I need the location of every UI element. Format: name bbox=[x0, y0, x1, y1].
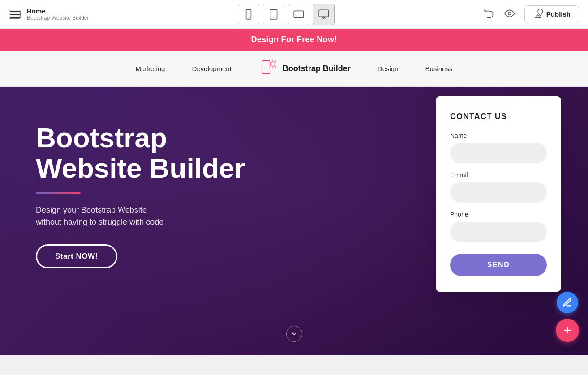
svg-rect-2 bbox=[270, 9, 277, 19]
phone-group: Phone bbox=[450, 211, 547, 242]
email-input[interactable] bbox=[450, 182, 547, 203]
svg-line-18 bbox=[275, 61, 276, 61]
email-label: E-mail bbox=[450, 171, 547, 179]
contact-card: CONTACT US Name E-mail Phone SEND bbox=[436, 96, 561, 292]
send-button[interactable]: SEND bbox=[450, 254, 547, 276]
contact-title: CONTACT US bbox=[450, 112, 547, 121]
nav-development[interactable]: Development bbox=[192, 65, 231, 72]
menu-button[interactable] bbox=[9, 10, 21, 19]
name-label: Name bbox=[450, 132, 547, 139]
home-title: Home bbox=[27, 7, 89, 15]
svg-rect-0 bbox=[246, 9, 251, 19]
svg-line-19 bbox=[270, 67, 270, 67]
publish-button[interactable]: Publish bbox=[524, 5, 579, 23]
svg-point-8 bbox=[508, 12, 511, 15]
svg-line-16 bbox=[270, 61, 270, 61]
name-group: Name bbox=[450, 132, 547, 163]
nav-logo[interactable]: Bootstrap Builder bbox=[258, 59, 351, 78]
hero-content: BootstrapWebsite Builder Design your Boo… bbox=[36, 123, 245, 268]
nav-business[interactable]: Business bbox=[425, 65, 453, 72]
scroll-down-button[interactable] bbox=[286, 326, 302, 342]
hero-title: BootstrapWebsite Builder bbox=[36, 123, 245, 183]
nav-marketing[interactable]: Marketing bbox=[136, 65, 165, 72]
publish-label: Publish bbox=[546, 10, 571, 18]
hero-section: BootstrapWebsite Builder Design your Boo… bbox=[0, 87, 588, 355]
tablet-view-button[interactable] bbox=[263, 4, 284, 25]
tablet-landscape-button[interactable] bbox=[288, 4, 309, 25]
svg-point-11 bbox=[270, 62, 275, 66]
fab-add-button[interactable] bbox=[556, 319, 579, 342]
home-subtitle: Bootstrap Website Builder bbox=[27, 15, 89, 21]
desktop-view-button[interactable] bbox=[313, 4, 335, 25]
home-info: Home Bootstrap Website Builder bbox=[27, 7, 89, 21]
name-input[interactable] bbox=[450, 143, 547, 163]
device-selector bbox=[238, 4, 335, 25]
fab-edit-button[interactable] bbox=[557, 292, 578, 313]
hero-cta-button[interactable]: Start NOW! bbox=[36, 244, 117, 268]
hero-subtitle: Design your Bootstrap Websitewithout hav… bbox=[36, 204, 245, 228]
svg-line-17 bbox=[275, 67, 276, 67]
mobile-view-button[interactable] bbox=[238, 4, 259, 25]
phone-input[interactable] bbox=[450, 222, 547, 242]
undo-button[interactable] bbox=[483, 8, 495, 21]
top-bar-right: Publish bbox=[483, 5, 579, 23]
nav-logo-text: Bootstrap Builder bbox=[283, 64, 351, 73]
promo-text: Design For Free Now! bbox=[251, 35, 337, 44]
preview-button[interactable] bbox=[504, 8, 515, 21]
site-nav: Marketing Development Bootstrap Builder … bbox=[0, 51, 588, 87]
promo-banner: Design For Free Now! bbox=[0, 29, 588, 51]
top-bar: Home Bootstrap Website Builder Publ bbox=[0, 0, 588, 29]
fab-container bbox=[556, 292, 579, 342]
hero-divider bbox=[36, 192, 81, 194]
nav-design[interactable]: Design bbox=[378, 65, 399, 72]
phone-label: Phone bbox=[450, 211, 547, 218]
email-group: E-mail bbox=[450, 171, 547, 203]
top-bar-left: Home Bootstrap Website Builder bbox=[9, 7, 89, 21]
svg-rect-6 bbox=[319, 10, 329, 17]
